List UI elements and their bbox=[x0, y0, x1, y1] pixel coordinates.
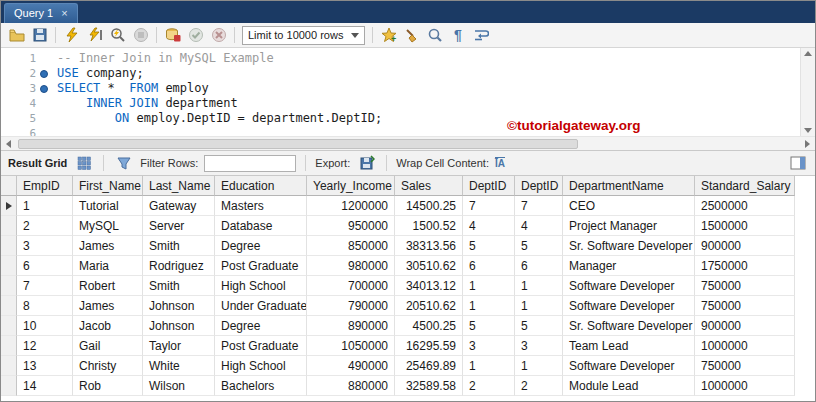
table-row[interactable]: 14RobWilsonBachelors88000032589.5822Modu… bbox=[1, 376, 815, 396]
cell[interactable]: Smith bbox=[143, 236, 215, 256]
column-header[interactable]: Education bbox=[215, 176, 307, 196]
wrap-text-icon[interactable] bbox=[470, 25, 491, 46]
table-row[interactable]: 8JamesJohnsonUnder Graduate79000020510.6… bbox=[1, 296, 815, 316]
cell[interactable]: 20510.62 bbox=[395, 296, 463, 316]
rollback-icon[interactable] bbox=[208, 25, 229, 46]
cell[interactable]: 950000 bbox=[307, 216, 395, 236]
table-row[interactable]: 7RobertSmithHigh School70000034013.1211S… bbox=[1, 276, 815, 296]
column-header[interactable]: DepartmentName bbox=[563, 176, 695, 196]
cell[interactable]: 5 bbox=[463, 316, 515, 336]
cell[interactable]: High School bbox=[215, 276, 307, 296]
column-header[interactable]: EmpID bbox=[17, 176, 73, 196]
cell[interactable]: James bbox=[73, 236, 143, 256]
scroll-thumb[interactable] bbox=[18, 139, 578, 149]
cell[interactable]: 750000 bbox=[695, 276, 795, 296]
cell[interactable]: 16295.59 bbox=[395, 336, 463, 356]
panel-toggle-icon[interactable] bbox=[787, 153, 808, 174]
cell[interactable]: Wilson bbox=[143, 376, 215, 396]
cell[interactable]: Server bbox=[143, 216, 215, 236]
row-selector[interactable] bbox=[1, 216, 17, 236]
cell[interactable]: Taylor bbox=[143, 336, 215, 356]
column-header[interactable]: First_Name bbox=[73, 176, 143, 196]
cell[interactable]: Tutorial bbox=[73, 196, 143, 216]
code-line[interactable] bbox=[57, 126, 800, 136]
open-script-icon[interactable] bbox=[6, 25, 27, 46]
cell[interactable]: Post Graduate bbox=[215, 256, 307, 276]
save-snippet-icon[interactable]: + bbox=[378, 25, 399, 46]
cell[interactable]: 890000 bbox=[307, 316, 395, 336]
cell[interactable]: 1 bbox=[17, 196, 73, 216]
cell[interactable]: 7 bbox=[515, 196, 563, 216]
cell[interactable]: 900000 bbox=[695, 316, 795, 336]
export-icon[interactable] bbox=[356, 153, 377, 174]
column-header[interactable]: DeptID bbox=[515, 176, 563, 196]
cell[interactable]: Gateway bbox=[143, 196, 215, 216]
cell[interactable]: 8 bbox=[17, 296, 73, 316]
cell[interactable]: CEO bbox=[563, 196, 695, 216]
cell[interactable]: 1 bbox=[463, 356, 515, 376]
cell[interactable]: 3 bbox=[515, 336, 563, 356]
beautify-icon[interactable] bbox=[401, 25, 422, 46]
code-line[interactable]: -- Inner Join in MySQL Example bbox=[57, 51, 800, 66]
cell[interactable]: 1000000 bbox=[695, 336, 795, 356]
save-script-icon[interactable] bbox=[29, 25, 50, 46]
cell[interactable]: 6 bbox=[515, 256, 563, 276]
cell[interactable]: Maria bbox=[73, 256, 143, 276]
cell[interactable]: Robert bbox=[73, 276, 143, 296]
row-selector[interactable] bbox=[1, 316, 17, 336]
cell[interactable]: 1 bbox=[515, 276, 563, 296]
cell[interactable]: 7 bbox=[463, 196, 515, 216]
scroll-up-icon[interactable] bbox=[804, 51, 812, 56]
cell[interactable]: Masters bbox=[215, 196, 307, 216]
row-selector[interactable] bbox=[1, 296, 17, 316]
tab-close-icon[interactable]: × bbox=[61, 8, 67, 18]
table-row[interactable]: 10JacobJohnsonDegree8900004500.2555Sr. S… bbox=[1, 316, 815, 336]
tab-query-1[interactable]: Query 1 × bbox=[4, 3, 78, 23]
cell[interactable]: Jacob bbox=[73, 316, 143, 336]
code-line[interactable]: ON employ.DeptID = department.DeptID; bbox=[57, 111, 800, 126]
cell[interactable]: 10 bbox=[17, 316, 73, 336]
cell[interactable]: 750000 bbox=[695, 296, 795, 316]
cell[interactable]: Gail bbox=[73, 336, 143, 356]
column-header[interactable]: Standard_Salary bbox=[695, 176, 795, 196]
cell[interactable]: Degree bbox=[215, 316, 307, 336]
execute-icon[interactable] bbox=[61, 25, 82, 46]
cell[interactable]: Software Developer bbox=[563, 296, 695, 316]
code-line[interactable]: USE company; bbox=[57, 66, 800, 81]
column-header[interactable]: Last_Name bbox=[143, 176, 215, 196]
stop-icon[interactable] bbox=[130, 25, 151, 46]
code-line[interactable]: SELECT * FROM employ bbox=[57, 81, 800, 96]
cell[interactable]: Johnson bbox=[143, 316, 215, 336]
row-selector[interactable] bbox=[1, 376, 17, 396]
cell[interactable]: Post Graduate bbox=[215, 336, 307, 356]
column-header[interactable]: Sales bbox=[395, 176, 463, 196]
cell[interactable]: 14500.25 bbox=[395, 196, 463, 216]
cell[interactable]: James bbox=[73, 296, 143, 316]
cell[interactable]: 490000 bbox=[307, 356, 395, 376]
cell[interactable]: High School bbox=[215, 356, 307, 376]
cell[interactable]: Rodriguez bbox=[143, 256, 215, 276]
cell[interactable]: Manager bbox=[563, 256, 695, 276]
commit-icon[interactable] bbox=[185, 25, 206, 46]
find-icon[interactable] bbox=[424, 25, 445, 46]
cell[interactable]: 25469.89 bbox=[395, 356, 463, 376]
show-invisibles-icon[interactable]: ¶ bbox=[447, 25, 468, 46]
cell[interactable]: 5 bbox=[463, 236, 515, 256]
row-selector[interactable] bbox=[1, 336, 17, 356]
grid-corner-cell[interactable] bbox=[1, 176, 17, 196]
column-header[interactable]: Yearly_Income bbox=[307, 176, 395, 196]
cell[interactable]: Christy bbox=[73, 356, 143, 376]
cell[interactable]: 900000 bbox=[695, 236, 795, 256]
cell[interactable]: Database bbox=[215, 216, 307, 236]
scroll-right-icon[interactable] bbox=[800, 137, 815, 151]
cell[interactable]: Smith bbox=[143, 276, 215, 296]
cell[interactable]: 6 bbox=[463, 256, 515, 276]
filter-rows-input[interactable] bbox=[204, 155, 296, 172]
cell[interactable]: 4500.25 bbox=[395, 316, 463, 336]
column-header[interactable]: DeptID bbox=[463, 176, 515, 196]
cell[interactable]: 1 bbox=[515, 296, 563, 316]
wrap-cell-content-icon[interactable]: ĪA bbox=[495, 157, 505, 169]
cell[interactable]: 34013.12 bbox=[395, 276, 463, 296]
scroll-left-icon[interactable] bbox=[1, 137, 16, 151]
cell[interactable]: 2 bbox=[463, 376, 515, 396]
